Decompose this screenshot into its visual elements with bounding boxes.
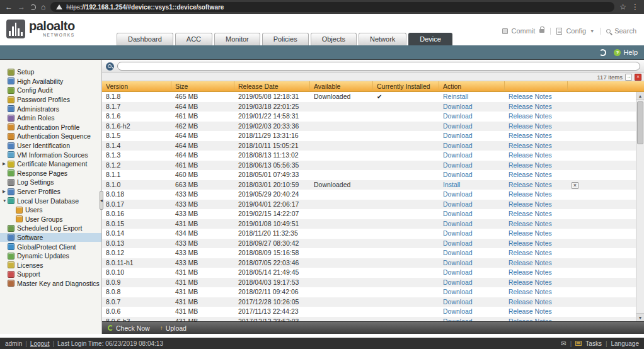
action-link[interactable]: Download <box>443 122 473 130</box>
table-row[interactable]: 8.0.7 431 MB 2017/12/28 10:26:05 Downloa… <box>102 297 644 307</box>
table-row[interactable]: 8.0.11-h1 433 MB 2018/07/05 22:03:46 Dow… <box>102 258 644 268</box>
tab-monitor[interactable]: Monitor <box>214 33 260 45</box>
sidebar-item-authentication-sequence[interactable]: Authentication Sequence <box>0 132 101 141</box>
column-header-available[interactable]: Available <box>310 81 373 91</box>
sidebar-item-user-groups[interactable]: User Groups <box>0 215 101 224</box>
release-notes-link[interactable]: Release Notes <box>509 122 552 130</box>
release-notes-link[interactable]: Release Notes <box>509 259 552 266</box>
tab-network[interactable]: Network <box>359 33 406 45</box>
action-link[interactable]: Download <box>443 151 473 159</box>
address-bar[interactable]: https://192.168.1.254/#device::vsys1::de… <box>50 2 614 12</box>
scroll-up-icon[interactable]: ▲ <box>636 92 644 100</box>
column-header[interactable] <box>505 81 568 91</box>
table-row[interactable]: 8.1.2 461 MB 2018/06/13 05:56:35 Downloa… <box>102 161 644 171</box>
search-button[interactable]: Search <box>614 27 636 35</box>
sidebar-item-master-key-and-diagnostics[interactable]: Master Key and Diagnostics <box>0 279 101 289</box>
sidebar-item-high-availability[interactable]: High Availability <box>0 77 101 86</box>
sidebar-item-support[interactable]: Support <box>0 270 101 279</box>
action-link[interactable]: Download <box>443 298 473 306</box>
sidebar-item-setup[interactable]: Setup <box>0 67 101 77</box>
browser-forward-icon[interactable]: → <box>18 3 25 11</box>
table-row[interactable]: 8.0.9 431 MB 2018/04/03 19:17:53 Downloa… <box>102 278 644 288</box>
expander-icon[interactable]: ▼ <box>3 198 8 203</box>
column-header-release-date[interactable]: Release Date <box>234 81 310 91</box>
chevron-down-icon[interactable]: ▼ <box>590 29 594 33</box>
sidebar-item-authentication-profile[interactable]: Authentication Profile <box>0 123 101 132</box>
action-link[interactable]: Download <box>443 278 473 286</box>
table-row[interactable]: 8.0.13 433 MB 2018/09/27 08:30:42 Downlo… <box>102 239 644 249</box>
bookmark-star-icon[interactable]: ☆ <box>619 3 626 11</box>
scroll-down-icon[interactable]: ▼ <box>636 313 644 321</box>
sidebar-item-certificate-management[interactable]: ▶ Certificate Management <box>0 159 101 169</box>
action-link[interactable]: Download <box>443 307 473 315</box>
browser-home-icon[interactable]: ⌂ <box>41 3 45 11</box>
release-notes-link[interactable]: Release Notes <box>509 103 552 110</box>
action-link[interactable]: Download <box>443 103 473 110</box>
config-button[interactable]: Config <box>566 27 586 35</box>
sidebar-item-scheduled-log-export[interactable]: Scheduled Log Export <box>0 224 101 233</box>
sidebar-item-software[interactable]: Software <box>0 233 101 243</box>
lock-icon[interactable] <box>539 29 544 33</box>
release-notes-link[interactable]: Release Notes <box>509 161 552 169</box>
table-row[interactable]: 8.0.17 433 MB 2019/04/01 22:06:17 Downlo… <box>102 200 644 210</box>
release-notes-link[interactable]: Release Notes <box>509 200 552 208</box>
release-notes-link[interactable]: Release Notes <box>509 132 552 139</box>
sidebar-item-local-user-database[interactable]: ▼ Local User Database <box>0 196 101 205</box>
browser-back-icon[interactable]: ← <box>5 3 13 11</box>
browser-menu-icon[interactable]: ⋮ <box>631 3 639 11</box>
release-notes-link[interactable]: Release Notes <box>509 93 552 100</box>
scrollbar-thumb[interactable] <box>637 101 643 144</box>
expander-icon[interactable]: ▶ <box>3 189 8 194</box>
help-button[interactable]: ? Help <box>614 49 638 56</box>
tab-objects[interactable]: Objects <box>311 33 357 45</box>
release-notes-link[interactable]: Release Notes <box>509 220 552 227</box>
action-link[interactable]: Download <box>443 210 473 217</box>
sidebar-item-globalprotect-client[interactable]: GlobalProtect Client <box>0 242 101 251</box>
table-row[interactable]: 8.1.1 460 MB 2018/05/01 07:49:33 Downloa… <box>102 170 644 180</box>
tasks-button[interactable]: Tasks <box>585 340 602 347</box>
table-row[interactable]: 8.0.18 433 MB 2019/05/29 20:40:24 Downlo… <box>102 190 644 200</box>
action-link[interactable]: Download <box>443 318 473 322</box>
table-row[interactable]: 8.1.5 464 MB 2018/11/29 13:31:16 Downloa… <box>102 131 644 141</box>
action-link[interactable]: Download <box>443 220 473 227</box>
release-notes-link[interactable]: Release Notes <box>509 307 552 315</box>
table-row[interactable]: 8.1.8 465 MB 2019/05/08 12:18:31 Downloa… <box>102 92 644 102</box>
table-row[interactable]: 8.0.10 431 MB 2018/05/14 21:49:45 Downlo… <box>102 268 644 278</box>
sidebar-item-vm-information-sources[interactable]: VM Information Sources <box>0 150 101 159</box>
clear-filter-icon[interactable]: × <box>635 74 641 81</box>
table-scrollbar[interactable]: ▲ ▼ <box>636 92 644 321</box>
table-row[interactable]: 8.0.6 431 MB 2017/11/13 22:44:23 Downloa… <box>102 307 644 317</box>
release-notes-link[interactable]: Release Notes <box>509 298 552 306</box>
table-row[interactable]: 8.0.6-h3 431 MB 2017/12/12 23:52:03 Down… <box>102 317 644 322</box>
sidebar-item-licenses[interactable]: Licenses <box>0 260 101 270</box>
table-row[interactable]: 8.1.7 464 MB 2019/03/18 22:01:25 Downloa… <box>102 102 644 112</box>
action-link[interactable]: Download <box>443 249 473 256</box>
sidebar-item-admin-roles[interactable]: Admin Roles <box>0 113 101 123</box>
action-link[interactable]: Download <box>443 288 473 295</box>
release-notes-link[interactable]: Release Notes <box>509 171 552 178</box>
brand-logo[interactable]: paloalto NETWORKS <box>6 20 75 38</box>
messages-icon[interactable]: ✉ <box>561 340 566 347</box>
action-link[interactable]: Download <box>443 142 473 149</box>
sidebar-item-password-profiles[interactable]: Password Profiles <box>0 95 101 105</box>
action-link[interactable]: Download <box>443 268 473 276</box>
action-link[interactable]: Download <box>443 239 473 247</box>
release-notes-link[interactable]: Release Notes <box>509 142 552 149</box>
table-row[interactable]: 8.1.6 461 MB 2019/01/22 14:58:31 Downloa… <box>102 112 644 122</box>
column-header-action[interactable]: Action <box>439 81 505 91</box>
table-row[interactable]: 8.0.16 433 MB 2019/02/15 14:22:07 Downlo… <box>102 209 644 219</box>
tab-dashboard[interactable]: Dashboard <box>117 33 173 45</box>
release-notes-link[interactable]: Release Notes <box>509 181 552 188</box>
refresh-icon[interactable] <box>599 49 606 56</box>
check-now-button[interactable]: Check Now <box>108 324 150 332</box>
sidebar-collapse-handle[interactable]: ◀ <box>100 191 103 210</box>
sidebar-item-dynamic-updates[interactable]: Dynamic Updates <box>0 251 101 261</box>
table-row[interactable]: 8.1.3 464 MB 2018/08/13 11:13:02 Downloa… <box>102 151 644 161</box>
release-notes-link[interactable]: Release Notes <box>509 151 552 159</box>
table-row[interactable]: 8.1.6-h2 462 MB 2019/02/03 20:33:36 Down… <box>102 122 644 132</box>
action-link[interactable]: Download <box>443 200 473 208</box>
release-notes-link[interactable]: Release Notes <box>509 190 552 198</box>
column-header[interactable] <box>568 81 644 91</box>
commit-button[interactable]: Commit <box>512 27 536 35</box>
release-notes-link[interactable]: Release Notes <box>509 288 552 295</box>
